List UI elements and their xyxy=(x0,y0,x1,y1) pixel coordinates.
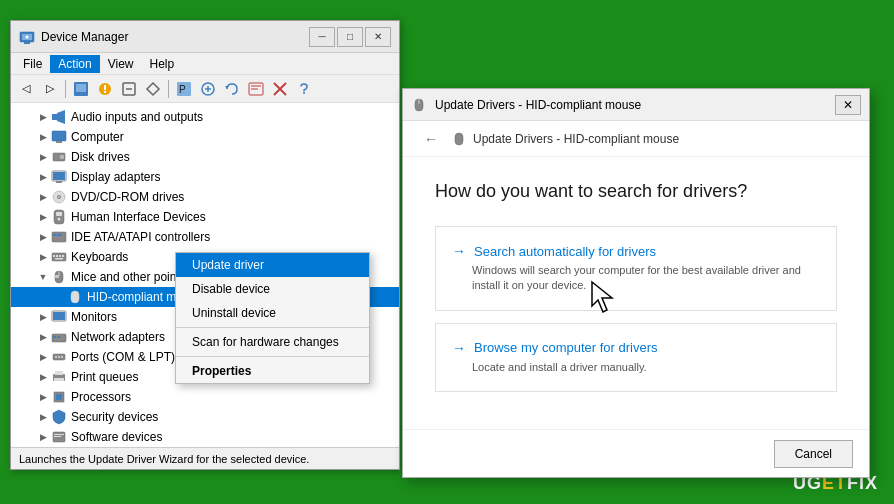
toolbar-btn-5[interactable]: P xyxy=(173,78,195,100)
tree-label-ports: Ports (COM & LPT) xyxy=(71,350,175,364)
tree-icon-audio xyxy=(51,109,67,125)
option-browse-manual[interactable]: → Browse my computer for drivers Locate … xyxy=(435,323,837,392)
window-controls: ─ □ ✕ xyxy=(309,27,391,47)
tree-toggle-hid[interactable]: ▶ xyxy=(35,209,51,225)
context-menu-uninstall[interactable]: Uninstall device xyxy=(176,301,369,325)
svg-point-38 xyxy=(58,218,61,221)
svg-rect-53 xyxy=(53,312,65,320)
tree-toggle-display[interactable]: ▶ xyxy=(35,169,51,185)
tree-toggle-software[interactable]: ▶ xyxy=(35,429,51,445)
tree-item-display[interactable]: ▶ Display adapters xyxy=(11,167,399,187)
tree-icon-mice xyxy=(51,269,67,285)
device-manager-window: Device Manager ─ □ ✕ File Action View He… xyxy=(10,20,400,470)
menu-view[interactable]: View xyxy=(100,55,142,73)
tree-icon-monitors xyxy=(51,309,67,325)
toolbar: ◁ ▷ P xyxy=(11,75,399,103)
tree-icon-dvd xyxy=(51,189,67,205)
toolbar-help[interactable] xyxy=(293,78,315,100)
tree-item-processors[interactable]: ▶ Processors xyxy=(11,387,399,407)
dialog-close-button[interactable]: ✕ xyxy=(835,95,861,115)
context-menu-disable[interactable]: Disable device xyxy=(176,277,369,301)
option-auto-title: → Search automatically for drivers xyxy=(452,243,820,259)
tree-toggle-computer[interactable]: ▶ xyxy=(35,129,51,145)
toolbar-btn-4[interactable] xyxy=(142,78,164,100)
svg-rect-31 xyxy=(53,172,65,180)
toolbar-delete[interactable] xyxy=(269,78,291,100)
svg-point-35 xyxy=(58,196,60,198)
tree-item-software[interactable]: ▶ Software devices xyxy=(11,427,399,447)
tree-item-computer[interactable]: ▶ Computer xyxy=(11,127,399,147)
svg-rect-39 xyxy=(52,232,66,242)
svg-rect-47 xyxy=(55,258,63,260)
toolbar-scan[interactable] xyxy=(221,78,243,100)
toolbar-btn-2[interactable] xyxy=(94,78,116,100)
toolbar-sep-1 xyxy=(65,80,66,98)
svg-rect-79 xyxy=(455,133,463,145)
tree-toggle-monitors[interactable]: ▶ xyxy=(35,309,51,325)
toolbar-forward[interactable]: ▷ xyxy=(39,78,61,100)
cancel-button[interactable]: Cancel xyxy=(774,440,853,468)
title-bar: Device Manager ─ □ ✕ xyxy=(11,21,399,53)
tree-toggle-security[interactable]: ▶ xyxy=(35,409,51,425)
tree-toggle-ports[interactable]: ▶ xyxy=(35,349,51,365)
status-bar: Launches the Update Driver Wizard for th… xyxy=(11,447,399,469)
option-search-auto[interactable]: → Search automatically for drivers Windo… xyxy=(435,226,837,311)
toolbar-btn-3[interactable] xyxy=(118,78,140,100)
dialog-back-button[interactable]: ← xyxy=(419,127,443,151)
svg-rect-50 xyxy=(55,275,59,278)
tree-toggle-processors[interactable]: ▶ xyxy=(35,389,51,405)
tree-icon-print xyxy=(51,369,67,385)
tree-item-hid[interactable]: ▶ Human Interface Devices xyxy=(11,207,399,227)
arrow-icon-auto: → xyxy=(452,243,466,259)
tree-item-ide[interactable]: ▶ IDE ATA/ATAPI controllers xyxy=(11,227,399,247)
svg-rect-56 xyxy=(57,336,60,338)
tree-toggle-keyboards[interactable]: ▶ xyxy=(35,249,51,265)
tree-icon-security xyxy=(51,409,67,425)
svg-point-60 xyxy=(61,356,63,358)
tree-toggle-mice[interactable]: ▼ xyxy=(35,269,51,285)
svg-rect-63 xyxy=(54,378,64,381)
toolbar-btn-6[interactable] xyxy=(197,78,219,100)
dialog-title-icon xyxy=(411,97,427,113)
tree-toggle-ide[interactable]: ▶ xyxy=(35,229,51,245)
update-drivers-dialog: Update Drivers - HID-compliant mouse ✕ ←… xyxy=(402,88,870,478)
tree-item-disk[interactable]: ▶ Disk drives xyxy=(11,147,399,167)
close-button[interactable]: ✕ xyxy=(365,27,391,47)
context-menu-update-driver[interactable]: Update driver xyxy=(176,253,369,277)
tree-item-dvd[interactable]: ▶ DVD/CD-ROM drives xyxy=(11,187,399,207)
toolbar-properties[interactable] xyxy=(245,78,267,100)
tree-toggle-audio[interactable]: ▶ xyxy=(35,109,51,125)
context-menu-separator-2 xyxy=(176,356,369,357)
tree-label-dvd: DVD/CD-ROM drives xyxy=(71,190,184,204)
tree-label-software: Software devices xyxy=(71,430,162,444)
menu-file[interactable]: File xyxy=(15,55,50,73)
svg-rect-78 xyxy=(419,99,420,104)
tree-toggle-disk[interactable]: ▶ xyxy=(35,149,51,165)
tree-label-security: Security devices xyxy=(71,410,158,424)
menu-help[interactable]: Help xyxy=(142,55,183,73)
context-menu-properties[interactable]: Properties xyxy=(176,359,369,383)
tree-toggle-print[interactable]: ▶ xyxy=(35,369,51,385)
tree-item-security[interactable]: ▶ Security devices xyxy=(11,407,399,427)
svg-rect-40 xyxy=(53,234,57,236)
svg-rect-65 xyxy=(56,394,62,400)
svg-rect-37 xyxy=(56,212,62,216)
svg-rect-5 xyxy=(76,84,86,92)
svg-rect-8 xyxy=(104,91,106,93)
menu-action[interactable]: Action xyxy=(50,55,99,73)
tree-label-monitors: Monitors xyxy=(71,310,117,324)
toolbar-back[interactable]: ◁ xyxy=(15,78,37,100)
tree-label-hid-devices: Human Interface Devices xyxy=(71,210,206,224)
tree-toggle-dvd[interactable]: ▶ xyxy=(35,189,51,205)
context-menu-scan[interactable]: Scan for hardware changes xyxy=(176,330,369,354)
tree-label-computer: Computer xyxy=(71,130,124,144)
svg-rect-41 xyxy=(58,234,62,236)
tree-icon-keyboards xyxy=(51,249,67,265)
minimize-button[interactable]: ─ xyxy=(309,27,335,47)
tree-toggle-network[interactable]: ▶ xyxy=(35,329,51,345)
tree-item-audio[interactable]: ▶ Audio inputs and outputs xyxy=(11,107,399,127)
dialog-nav-text: Update Drivers - HID-compliant mouse xyxy=(473,132,679,146)
maximize-button[interactable]: □ xyxy=(337,27,363,47)
arrow-icon-manual: → xyxy=(452,340,466,356)
toolbar-btn-1[interactable] xyxy=(70,78,92,100)
